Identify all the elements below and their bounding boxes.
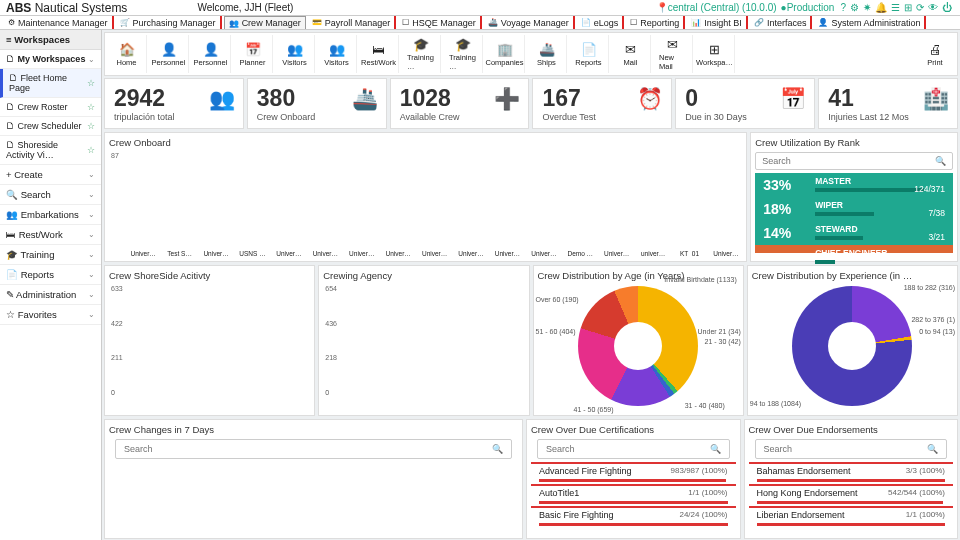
module-tab-payroll-manager[interactable]: 💳Payroll Manager bbox=[308, 16, 397, 29]
sidebar-action-rest-work[interactable]: 🛏 Rest/Work⌄ bbox=[0, 225, 101, 245]
sidebar-item-crew-scheduler[interactable]: 🗋 Crew Scheduler☆ bbox=[0, 117, 101, 136]
card-overdue-endorsements: Crew Over Due Endorsements 🔍 Bahamas End… bbox=[744, 419, 959, 539]
module-tab-hsqe-manager[interactable]: ☐HSQE Manager bbox=[398, 16, 482, 29]
bar[interactable]: Univer… bbox=[600, 248, 632, 257]
sidebar-my-workspaces[interactable]: 🗋 My Workspaces⌄ bbox=[0, 50, 101, 69]
module-tab-voyage-manager[interactable]: 🚢Voyage Manager bbox=[484, 16, 575, 29]
kpi-due-in-days[interactable]: 0Due in 30 Days📅 bbox=[675, 78, 815, 129]
sidebar-item-shoreside-activity-vi-[interactable]: 🗋 Shoreside Activity Vi…☆ bbox=[0, 136, 101, 165]
module-tab-purchasing-manager[interactable]: 🛒Purchasing Manager bbox=[116, 16, 222, 29]
sidebar-action-embarkations[interactable]: 👥 Embarkations⌄ bbox=[0, 205, 101, 225]
card-crew-changes: Crew Changes in 7 Days 🔍 bbox=[104, 419, 523, 539]
sidebar-action-administration[interactable]: ✎ Administration⌄ bbox=[0, 285, 101, 305]
toolbar-training-[interactable]: 🎓Training … bbox=[443, 35, 483, 73]
donut-chart[interactable] bbox=[792, 286, 912, 406]
sidebar-heading-workspaces[interactable]: ≡ Workspaces bbox=[0, 30, 101, 50]
sidebar-action-create[interactable]: + Create⌄ bbox=[0, 165, 101, 185]
bar[interactable]: Univer… bbox=[710, 248, 742, 257]
kpi-overdue-test[interactable]: 167Overdue Test⏰ bbox=[532, 78, 672, 129]
utilization-row[interactable]: 18%WIPER7/38 bbox=[755, 197, 953, 221]
utilization-row[interactable]: 33%MASTER124/371 bbox=[755, 173, 953, 197]
bar[interactable]: Univer… bbox=[455, 248, 487, 257]
search-icon: 🔍 bbox=[710, 444, 721, 454]
card-age-distribution: Crew Distribution by Age (in Years) Inva… bbox=[533, 265, 744, 416]
top-icon[interactable]: ⚙ bbox=[850, 2, 859, 13]
top-icon[interactable]: ⊞ bbox=[904, 2, 912, 13]
kpi-crew-onboard[interactable]: 380Crew Onboard🚢 bbox=[247, 78, 387, 129]
bar[interactable]: Univer… bbox=[491, 248, 523, 257]
toolbar-rest-work[interactable]: 🛏Rest/Work bbox=[359, 35, 399, 73]
bar[interactable]: Test S… bbox=[163, 248, 195, 257]
sidebar-action-training[interactable]: 🎓 Training⌄ bbox=[0, 245, 101, 265]
toolbar-personnel[interactable]: 👤Personnel bbox=[149, 35, 189, 73]
search-icon: 🔍 bbox=[927, 444, 938, 454]
bar[interactable]: Demo … bbox=[564, 248, 596, 257]
module-tab-elogs[interactable]: 📄eLogs bbox=[577, 16, 625, 29]
card-shoreside: Crew ShoreSide Acitivty 6334222110 bbox=[104, 265, 315, 416]
search-input[interactable]: 🔍 bbox=[537, 439, 730, 459]
module-tab-reporting[interactable]: ☐Reporting bbox=[626, 16, 685, 29]
bar[interactable]: Univer… bbox=[273, 248, 305, 257]
toolbar-reports[interactable]: 📄Reports bbox=[569, 35, 609, 73]
kpi-tripulaci-n-total[interactable]: 2942tripulación total👥 bbox=[104, 78, 244, 129]
sidebar-action-favorites[interactable]: ☆ Favorites⌄ bbox=[0, 305, 101, 325]
top-icon[interactable]: ⏻ bbox=[942, 2, 952, 13]
bar[interactable]: Univer… bbox=[528, 248, 560, 257]
sidebar-action-search[interactable]: 🔍 Search⌄ bbox=[0, 185, 101, 205]
bar[interactable]: Univer… bbox=[382, 248, 414, 257]
bar[interactable]: USNS … bbox=[236, 248, 268, 257]
toolbar-home[interactable]: 🏠Home bbox=[107, 35, 147, 73]
top-icon[interactable]: ✷ bbox=[863, 2, 871, 13]
module-tab-crew-manager[interactable]: 👥Crew Manager bbox=[224, 16, 306, 29]
toolbar-print[interactable]: 🖨Print bbox=[915, 35, 955, 73]
overdue-row[interactable]: Bahamas Endorsement3/3 (100%) bbox=[749, 462, 954, 484]
bar[interactable]: Univer… bbox=[418, 248, 450, 257]
toolbar-mail[interactable]: ✉Mail bbox=[611, 35, 651, 73]
overdue-row[interactable]: Liberian Endorsement1/1 (100%) bbox=[749, 506, 954, 528]
toolbar-planner[interactable]: 📅Planner bbox=[233, 35, 273, 73]
bar[interactable]: Univer… bbox=[200, 248, 232, 257]
bar[interactable]: KT_01 bbox=[673, 248, 705, 257]
overdue-row[interactable]: AutoTitle11/1 (100%) bbox=[531, 484, 736, 506]
star-icon: ☆ bbox=[87, 102, 95, 112]
bar[interactable]: Univer… bbox=[127, 248, 159, 257]
toolbar-new-mail[interactable]: ✉New Mail bbox=[653, 35, 693, 73]
bar[interactable]: Univer… bbox=[346, 248, 378, 257]
kpi-icon: ➕ bbox=[494, 87, 520, 111]
kpi-injuries-last-mos[interactable]: 41Injuries Last 12 Mos🏥 bbox=[818, 78, 958, 129]
overdue-row[interactable]: Hong Kong Endorsement542/544 (100%) bbox=[749, 484, 954, 506]
kpi-icon: ⏰ bbox=[637, 87, 663, 111]
sidebar: ≡ Workspaces 🗋 My Workspaces⌄ 🗋 Fleet Ho… bbox=[0, 30, 102, 540]
module-tab-interfaces[interactable]: 🔗Interfaces bbox=[750, 16, 813, 29]
module-tab-system-administration[interactable]: 👤System Administration bbox=[814, 16, 926, 29]
toolbar-visitors[interactable]: 👥Visitors bbox=[275, 35, 315, 73]
top-icon[interactable]: 🔔 bbox=[875, 2, 887, 13]
overdue-row[interactable]: Basic Fire Fighting24/24 (100%) bbox=[531, 506, 736, 528]
sidebar-item-fleet-home-page[interactable]: 🗋 Fleet Home Page☆ bbox=[0, 69, 101, 98]
top-icon[interactable]: ⟳ bbox=[916, 2, 924, 13]
toolbar-companies[interactable]: 🏢Companies bbox=[485, 35, 525, 73]
kpi-available-crew[interactable]: 1028Available Crew➕ bbox=[390, 78, 530, 129]
top-icon[interactable]: 👁 bbox=[928, 2, 938, 13]
overdue-row[interactable]: Advanced Fire Fighting983/987 (100%) bbox=[531, 462, 736, 484]
search-input[interactable]: 🔍 bbox=[755, 439, 948, 459]
module-tab-maintenance-manager[interactable]: ⚙Maintenance Manager bbox=[4, 16, 114, 29]
module-tab-insight-bi[interactable]: 📊Insight BI bbox=[687, 16, 748, 29]
bar[interactable]: Univer… bbox=[309, 248, 341, 257]
search-input[interactable]: 🔍 bbox=[755, 152, 953, 170]
toolbar-workspa-[interactable]: ⊞Workspa… bbox=[695, 35, 735, 73]
top-icon[interactable]: ? bbox=[840, 2, 846, 13]
toolbar-personnel[interactable]: 👤Personnel bbox=[191, 35, 231, 73]
search-input[interactable]: 🔍 bbox=[115, 439, 512, 459]
toolbar-training-[interactable]: 🎓Training … bbox=[401, 35, 441, 73]
donut-chart[interactable] bbox=[578, 286, 698, 406]
sidebar-item-crew-roster[interactable]: 🗋 Crew Roster☆ bbox=[0, 98, 101, 117]
toolbar-visitors[interactable]: 👥Visitors bbox=[317, 35, 357, 73]
bar[interactable]: univer… bbox=[637, 248, 669, 257]
utilization-row[interactable]: 14%STEWARD3/21 bbox=[755, 221, 953, 245]
toolbar-ships[interactable]: 🚢Ships bbox=[527, 35, 567, 73]
utilization-row[interactable]: CHIEF ENGINEER bbox=[755, 245, 953, 253]
sidebar-action-reports[interactable]: 📄 Reports⌄ bbox=[0, 265, 101, 285]
top-icon[interactable]: ☰ bbox=[891, 2, 900, 13]
chevron-down-icon: ⌄ bbox=[88, 230, 95, 239]
